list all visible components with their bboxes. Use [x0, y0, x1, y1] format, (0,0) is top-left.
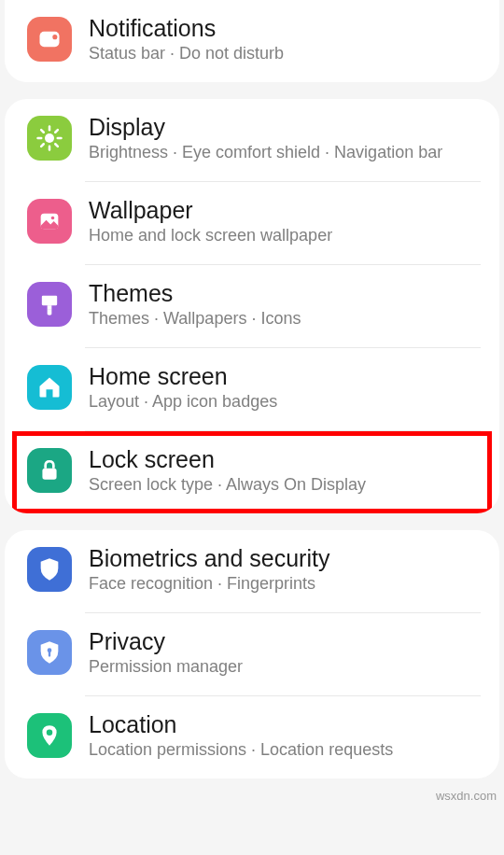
settings-section: DisplayBrightness · Eye comfort shield ·… [5, 99, 499, 513]
settings-item-text: Home screenLayout · App icon badges [89, 363, 481, 412]
svg-line-10 [55, 130, 58, 133]
settings-item-subtitle: Themes · Wallpapers · Icons [89, 309, 481, 329]
svg-point-1 [52, 35, 57, 39]
shield-icon [27, 547, 72, 592]
privacy-icon [27, 630, 72, 675]
settings-item-text: NotificationsStatus bar · Do not disturb [89, 15, 481, 63]
settings-item-home-screen[interactable]: Home screenLayout · App icon badges [5, 348, 499, 430]
settings-item-location[interactable]: LocationLocation permissions · Location … [5, 696, 499, 778]
picture-icon [27, 199, 72, 244]
settings-section: NotificationsStatus bar · Do not disturb [5, 0, 499, 82]
settings-item-title: Themes [89, 280, 481, 307]
settings-item-biometrics[interactable]: Biometrics and securityFace recognition … [5, 530, 499, 612]
settings-item-subtitle: Brightness · Eye comfort shield · Naviga… [89, 143, 481, 162]
settings-item-subtitle: Screen lock type · Always On Display [89, 475, 481, 495]
settings-item-text: Lock screenScreen lock type · Always On … [89, 446, 481, 495]
settings-item-text: Biometrics and securityFace recognition … [89, 545, 481, 594]
svg-line-8 [55, 144, 58, 147]
svg-line-9 [41, 144, 44, 147]
settings-item-privacy[interactable]: PrivacyPermission manager [5, 613, 499, 695]
settings-item-wallpaper[interactable]: WallpaperHome and lock screen wallpaper [5, 182, 499, 264]
pin-icon [27, 713, 72, 758]
svg-rect-16 [49, 652, 50, 657]
svg-rect-14 [42, 469, 56, 480]
settings-item-title: Lock screen [89, 446, 481, 473]
svg-point-12 [51, 217, 55, 220]
settings-item-text: WallpaperHome and lock screen wallpaper [89, 197, 481, 245]
settings-item-text: PrivacyPermission manager [89, 628, 481, 677]
settings-item-display[interactable]: DisplayBrightness · Eye comfort shield ·… [5, 99, 499, 181]
settings-item-text: ThemesThemes · Wallpapers · Icons [89, 280, 481, 329]
settings-item-subtitle: Location permissions · Location requests [89, 740, 481, 760]
settings-item-subtitle: Face recognition · Fingerprints [89, 574, 481, 594]
svg-rect-13 [48, 305, 52, 310]
settings-item-themes[interactable]: ThemesThemes · Wallpapers · Icons [5, 265, 499, 347]
settings-item-subtitle: Permission manager [89, 657, 481, 677]
svg-point-17 [47, 730, 53, 736]
settings-section: Biometrics and securityFace recognition … [5, 530, 499, 778]
svg-line-7 [41, 130, 44, 133]
settings-item-title: Display [89, 114, 481, 141]
settings-item-subtitle: Layout · App icon badges [89, 392, 481, 412]
settings-item-title: Privacy [89, 628, 481, 655]
settings-item-title: Location [89, 711, 481, 738]
lock-icon [27, 448, 72, 493]
home-icon [27, 365, 72, 410]
settings-item-notifications[interactable]: NotificationsStatus bar · Do not disturb [5, 0, 499, 82]
settings-item-subtitle: Home and lock screen wallpaper [89, 226, 481, 245]
watermark: wsxdn.com [436, 789, 497, 803]
sun-icon [27, 116, 72, 161]
notification-icon [27, 17, 72, 62]
settings-item-title: Biometrics and security [89, 545, 481, 572]
svg-rect-0 [40, 32, 60, 47]
settings-item-title: Home screen [89, 363, 481, 390]
settings-item-text: DisplayBrightness · Eye comfort shield ·… [89, 114, 481, 162]
brush-icon [27, 282, 72, 327]
settings-item-title: Notifications [89, 15, 481, 42]
settings-item-subtitle: Status bar · Do not disturb [89, 44, 481, 63]
svg-point-2 [45, 133, 54, 143]
settings-item-text: LocationLocation permissions · Location … [89, 711, 481, 760]
settings-item-lock-screen[interactable]: Lock screenScreen lock type · Always On … [5, 431, 499, 513]
settings-item-title: Wallpaper [89, 197, 481, 224]
